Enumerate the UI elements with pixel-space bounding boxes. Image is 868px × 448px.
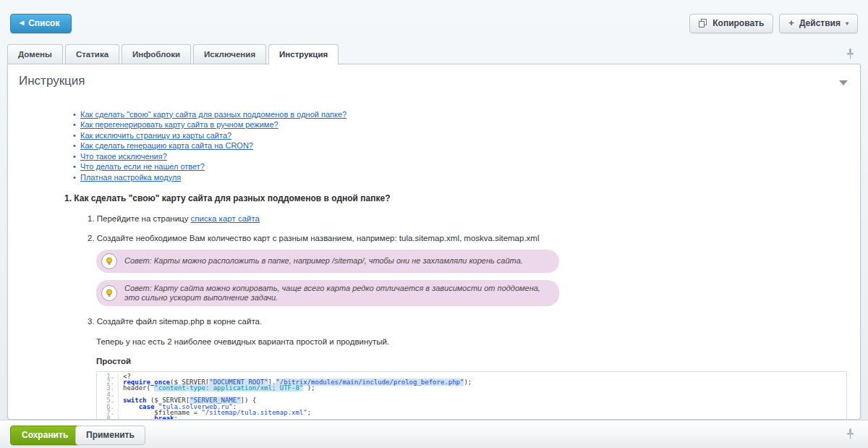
tab-infoblocks[interactable]: Инфоблоки xyxy=(122,44,191,64)
tip-2-text: Совет: Карту сайта можно копировать, чащ… xyxy=(124,284,548,303)
lightbulb-icon xyxy=(101,253,117,269)
collapse-section-icon[interactable] xyxy=(839,80,848,85)
copy-button[interactable]: Копировать xyxy=(689,14,773,33)
footer-bar: Сохранить Применить xyxy=(0,420,868,448)
faq-link[interactable]: Как перегенерировать карту сайта в ручно… xyxy=(80,120,278,129)
actions-button-label: Действия xyxy=(799,18,841,28)
faq-list-item: Платная настройка модуля xyxy=(73,173,847,182)
tip-box-2: Совет: Карту сайта можно копировать, чащ… xyxy=(96,280,559,306)
faq-list-item: Как сделать генерацию карта сайта на CRO… xyxy=(73,141,847,150)
back-to-list-label: Список xyxy=(28,18,59,28)
code-line: 3.header( "content-type: application/xml… xyxy=(97,385,846,391)
chevron-down-icon: ▾ xyxy=(846,20,848,27)
tab-bar: ДоменыСтатикаИнфоблокиИсключенияИнструкц… xyxy=(7,44,339,64)
tab-domains[interactable]: Домены xyxy=(7,44,63,64)
simple-variant-label: Простой xyxy=(96,357,847,365)
faq-link[interactable]: Что делать если не нашел ответ? xyxy=(80,162,205,171)
pin-icon-top[interactable] xyxy=(846,48,855,59)
step-1: 1. Перейдите на страницу списка карт сай… xyxy=(88,214,847,223)
faq-list-item: Что такое исключения? xyxy=(73,152,847,161)
instruction-panel: Инструкция Как сделать "свою" карту сайт… xyxy=(7,64,861,420)
copy-icon xyxy=(699,19,707,28)
faq-link-list: Как сделать "свою" карту сайта для разны… xyxy=(64,110,847,182)
tab-statics[interactable]: Статика xyxy=(65,44,119,64)
code-line: 7. $filename = "/sitemap/tula.sitemap.xm… xyxy=(97,410,846,415)
faq-link[interactable]: Как сделать "свою" карту сайта для разны… xyxy=(80,110,346,119)
actions-button[interactable]: + Действия ▾ xyxy=(779,14,858,33)
faq-list-item: Как исключить страницу из карты сайта? xyxy=(73,131,847,140)
lightbulb-icon xyxy=(101,285,117,301)
faq-link[interactable]: Как сделать генерацию карта сайта на CRO… xyxy=(80,141,253,150)
save-button[interactable]: Сохранить xyxy=(10,426,80,445)
page-title: Инструкция xyxy=(19,74,85,88)
tab-instruction[interactable]: Инструкция xyxy=(268,44,339,64)
faq-list-item: Как перегенерировать карту сайта в ручно… xyxy=(73,120,847,129)
variants-text: Теперь у нас есть 2 наиболее очевидных в… xyxy=(96,337,847,346)
faq-link[interactable]: Что такое исключения? xyxy=(80,152,167,161)
section-heading: 1. Как сделать "свою" карту сайта для ра… xyxy=(64,193,847,203)
faq-list-item: Что делать если не нашел ответ? xyxy=(73,162,847,171)
faq-link[interactable]: Платная настройка модуля xyxy=(80,173,181,182)
step-1-text: 1. Перейдите на страницу xyxy=(88,214,191,223)
back-to-list-button[interactable]: ◀ Список xyxy=(10,14,72,33)
admin-screen: ◀ Список Копировать + Действия ▾ ДоменыС… xyxy=(0,0,868,448)
topbar-actions: Копировать + Действия ▾ xyxy=(689,14,858,33)
code-block: 1.<?2.require_once($_SERVER["DOCUMENT_RO… xyxy=(96,371,847,420)
code-line-content: header( "content-type: application/xml; … xyxy=(119,385,315,391)
tip-box-1: Совет: Карты можно расположить в папке, … xyxy=(96,250,559,273)
pin-icon-bottom[interactable] xyxy=(846,428,855,439)
apply-button[interactable]: Применить xyxy=(75,426,145,445)
plus-icon: + xyxy=(788,20,794,27)
step-3: 3. Создайте файл sitemap.php в корне сай… xyxy=(88,317,847,326)
faq-link[interactable]: Как исключить страницу из карты сайта? xyxy=(80,131,231,140)
sitemap-list-link[interactable]: списка карт сайта xyxy=(191,214,260,223)
faq-list-item: Как сделать "свою" карту сайта для разны… xyxy=(73,110,847,119)
instruction-content: Как сделать "свою" карту сайта для разны… xyxy=(64,108,847,419)
steps: 1. Перейдите на страницу списка карт сай… xyxy=(88,214,847,420)
back-arrow-icon: ◀ xyxy=(20,20,24,27)
copy-button-label: Копировать xyxy=(712,18,764,28)
tab-exclusions[interactable]: Исключения xyxy=(193,44,266,64)
tip-1-text: Совет: Карты можно расположить в папке, … xyxy=(124,256,523,266)
step-2: 2. Создайте необходимое Вам количество к… xyxy=(88,234,847,242)
